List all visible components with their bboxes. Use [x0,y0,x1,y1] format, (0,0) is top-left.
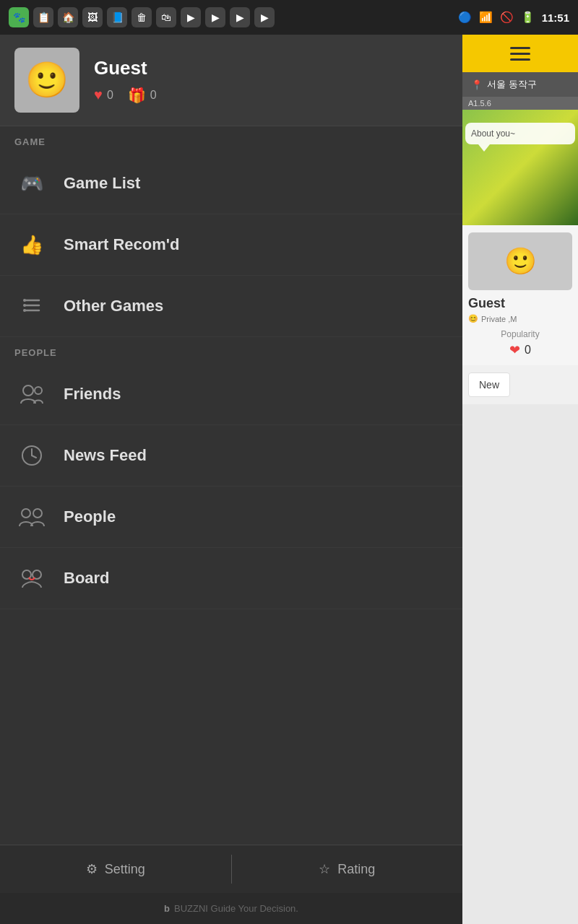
green-background: About you~ [462,110,578,225]
svg-point-11 [22,509,30,518]
profile-name: Guest [94,57,157,79]
other-games-label: Other Games [64,297,163,315]
menu-item-other-games[interactable]: Other Games [0,276,462,337]
speech-bubble-text: About you~ [471,128,515,139]
card-name: Guest [468,296,572,311]
app-icon-2: 📋 [33,7,53,27]
news-feed-label: News Feed [64,446,147,465]
board-label: Board [64,569,110,588]
branding: b BUZZNI Guide Your Decision. [0,893,462,924]
avatar-emoji: 🙂 [25,60,69,100]
status-icons: 🐾 📋 🏠 🖼 📘 🗑 🛍 ▶ ▶ ▶ ▶ [9,7,275,27]
list-icon [16,290,48,322]
gift-count: 0 [150,89,157,102]
people-icon [16,501,48,533]
app-icon-4: 🖼 [82,7,103,27]
right-panel-rest [462,404,578,924]
profile-stats: ♥ 0 🎁 0 [94,87,157,104]
svg-point-4 [23,304,26,307]
private-icon: 😊 [468,314,478,323]
thumbsup-icon: 👍 [16,229,48,261]
speech-bubble: About you~ [465,123,575,144]
main-container: 🙂 Guest ♥ 0 🎁 0 GAME 🎮 Ga [0,35,578,924]
app-icon-9: ▶ [205,7,225,27]
location-bar: 📍 서울 동작구 [462,72,578,97]
card-avatar: 🙂 [468,232,572,290]
bottom-buttons: ⚙ Setting ☆ Rating [0,845,462,893]
clock-icon [16,440,48,471]
app-icon-3: 🏠 [58,7,78,27]
svg-point-7 [35,387,42,394]
private-text: Private ,M [481,315,517,323]
right-header [462,35,578,72]
setting-label: Setting [105,862,145,877]
app-icon-8: ▶ [181,7,201,27]
menu-item-friends[interactable]: Friends [0,364,462,425]
hamburger-button[interactable] [510,47,530,61]
board-icon [16,562,48,594]
signal-icon: 🚫 [500,11,514,24]
svg-point-3 [23,299,26,302]
clock: 11:51 [542,12,569,24]
profile-card: 🙂 Guest 😊 Private ,M Popularity ❤ 0 [462,225,578,365]
sidebar: 🙂 Guest ♥ 0 🎁 0 GAME 🎮 Ga [0,35,462,924]
popularity-heart-icon: ❤ [509,342,520,358]
heart-icon: ♥ [94,87,103,103]
profile-section: 🙂 Guest ♥ 0 🎁 0 [0,35,462,126]
app-icon-10: ▶ [230,7,250,27]
bluetooth-icon: 🔵 [458,11,472,24]
app-icon-11: ▶ [254,7,275,27]
popularity-value: ❤ 0 [468,342,572,358]
card-private: 😊 Private ,M [468,314,572,323]
version-label: A1.5.6 [462,97,578,110]
game-list-label: Game List [64,174,140,193]
popularity-count: 0 [525,344,531,357]
app-icon-7: 🛍 [156,7,176,27]
battery-icon: 🔋 [521,11,535,24]
svg-point-5 [23,309,26,312]
heart-count: 0 [107,89,113,102]
section-label-game: GAME [0,126,462,153]
svg-point-12 [33,509,42,518]
avatar: 🙂 [14,48,79,113]
people-label: People [64,507,116,526]
heart-stat: ♥ 0 [94,87,113,104]
right-panel: 📍 서울 동작구 A1.5.6 About you~ 🙂 Guest 😊 Pri… [462,35,578,924]
location-pin-icon: 📍 [471,79,483,90]
new-button-area: New [462,365,578,404]
app-icon-6: 🗑 [131,7,152,27]
app-icon-1: 🐾 [9,7,29,27]
gift-icon: 🎁 [128,87,146,104]
app-icon-5: 📘 [107,7,127,27]
buzzni-logo: b [164,903,170,914]
gift-stat: 🎁 0 [128,87,157,104]
svg-line-10 [32,456,36,458]
setting-button[interactable]: ⚙ Setting [0,845,231,893]
menu-item-smart-recomd[interactable]: 👍 Smart Recom'd [0,214,462,276]
svg-point-6 [23,385,33,396]
star-icon: ☆ [319,861,330,877]
smart-recomd-label: Smart Recom'd [64,235,180,254]
rating-button[interactable]: ☆ Rating [232,845,463,893]
status-right: 🔵 📶 🚫 🔋 11:51 [458,11,569,24]
popularity-label: Popularity [468,329,572,339]
gear-icon: ⚙ [86,861,98,877]
new-button[interactable]: New [468,372,510,397]
section-label-people: PEOPLE [0,337,462,364]
sidebar-bottom: ⚙ Setting ☆ Rating b BUZZNI Guide Your D… [0,845,462,924]
menu-item-board[interactable]: Board [0,548,462,609]
location-text: 서울 동작구 [487,78,537,91]
status-bar: 🐾 📋 🏠 🖼 📘 🗑 🛍 ▶ ▶ ▶ ▶ 🔵 📶 🚫 🔋 11:51 [0,0,578,35]
profile-info: Guest ♥ 0 🎁 0 [94,57,157,104]
gamepad-icon: 🎮 [16,167,48,199]
menu-item-people[interactable]: People [0,487,462,548]
friends-label: Friends [64,385,121,404]
menu-item-game-list[interactable]: 🎮 Game List [0,153,462,214]
friends-icon [16,378,48,410]
rating-label: Rating [337,862,375,877]
menu-item-news-feed[interactable]: News Feed [0,425,462,487]
wifi-icon: 📶 [479,11,493,24]
branding-text: BUZZNI Guide Your Decision. [174,903,298,914]
